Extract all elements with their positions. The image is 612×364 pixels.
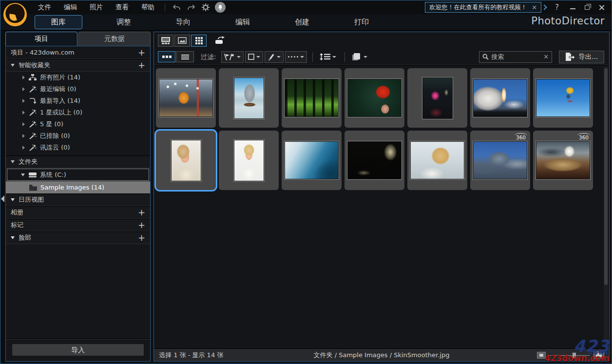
edited-filter-button[interactable]	[265, 51, 284, 63]
sidebar-item-cyberlink-cloud[interactable]: 讯连云 (0)	[6, 142, 150, 153]
tab-library[interactable]: 图库	[35, 15, 82, 29]
thumbnail-filmstrip-view-button[interactable]	[158, 35, 173, 47]
photo-cell-smiling-woman-selected[interactable]	[156, 131, 216, 190]
expander-icon[interactable]	[22, 111, 25, 115]
sidebar-tab-project[interactable]: 项目	[5, 32, 77, 46]
chevron-down-icon[interactable]	[21, 173, 25, 176]
folders-header[interactable]: 文件夹	[6, 155, 150, 168]
rotate-view-icon[interactable]	[214, 36, 226, 45]
photo-cell-forest[interactable]	[282, 68, 342, 128]
expander-icon[interactable]	[22, 87, 25, 91]
expander-icon[interactable]	[22, 146, 25, 150]
thumbnail-size-view-button[interactable]	[158, 51, 175, 62]
tab-guided[interactable]: 导向	[153, 16, 213, 29]
sidebar-item-label: 已排除 (0)	[40, 132, 70, 140]
thumbnail-size-slider[interactable]	[550, 352, 590, 359]
sidebar-item-drive-c[interactable]: 系统 (C:)	[7, 169, 149, 181]
photo-cell-boat-cliff[interactable]	[219, 68, 279, 128]
rating-filter-button[interactable]	[245, 51, 263, 63]
search-clear-icon[interactable]: ✕	[543, 53, 549, 60]
redo-icon[interactable]	[185, 2, 197, 12]
photo-cell-maple-leaf[interactable]	[344, 68, 404, 128]
list-view-button[interactable]	[176, 51, 194, 62]
photo-thumbnail	[422, 77, 453, 119]
add-face-button[interactable]: +	[138, 233, 145, 242]
calendar-view-header[interactable]: 日历视图	[6, 193, 150, 206]
tab-print[interactable]: 打印	[332, 16, 391, 29]
menu-view[interactable]: 查看	[109, 3, 135, 12]
tab-edit[interactable]: 编辑	[213, 16, 272, 29]
expander-icon[interactable]	[22, 76, 25, 79]
maximize-button[interactable]	[581, 2, 593, 12]
smart-collection-header[interactable]: 智能收藏夹 +	[6, 59, 150, 72]
photo-cell-neon-sign[interactable]	[407, 68, 467, 128]
flag-filter-button[interactable]	[221, 51, 244, 63]
search-input[interactable]	[491, 53, 541, 60]
settings-gear-icon[interactable]	[200, 2, 211, 12]
scrollbar-thumb[interactable]	[604, 68, 608, 285]
tab-create[interactable]: 创建	[272, 16, 332, 29]
undo-icon[interactable]	[171, 2, 182, 12]
minimize-icon	[570, 8, 575, 9]
notifications-bell-icon[interactable]	[215, 2, 226, 13]
expander-icon[interactable]	[22, 134, 25, 138]
thumbnail-smaller-icon[interactable]	[537, 352, 546, 359]
color-label-filter-button[interactable]	[285, 51, 307, 63]
chevron-down-icon	[237, 56, 241, 58]
photo-cell-skateboarder[interactable]	[533, 68, 593, 128]
thumbnail-larger-icon[interactable]	[593, 351, 604, 359]
magic-wand-icon	[29, 133, 37, 139]
add-tag-button[interactable]: +	[138, 221, 145, 230]
chevron-down-icon[interactable]	[11, 64, 15, 67]
welcome-close-icon[interactable]: ✕	[532, 4, 537, 11]
add-project-button[interactable]: +	[138, 48, 145, 57]
folders-title: 文件夹	[19, 157, 38, 166]
single-view-button[interactable]	[174, 35, 190, 47]
menu-help[interactable]: 帮助	[135, 3, 161, 12]
slider-handle[interactable]	[572, 352, 576, 359]
grid-view-button[interactable]	[191, 35, 207, 47]
collapse-sidebar-icon[interactable]	[1, 195, 4, 202]
sidebar-item-five-star[interactable]: 5 星 (0)	[6, 118, 150, 130]
help-button[interactable]: ?	[555, 3, 559, 12]
sidebar-item-recently-edited[interactable]: 最近编辑 (0)	[6, 83, 150, 95]
import-button[interactable]: 导入	[12, 344, 144, 356]
menu-photo[interactable]: 照片	[83, 3, 109, 12]
sort-button[interactable]	[317, 51, 339, 63]
add-album-button[interactable]: +	[138, 208, 145, 217]
sidebar-item-latest-import[interactable]: 最新导入 (14)	[6, 95, 150, 107]
chevron-down-icon[interactable]	[11, 160, 15, 163]
sidebar-item-one-star-up[interactable]: 1 星或以上 (0)	[6, 107, 150, 118]
stack-button[interactable]	[349, 51, 370, 63]
photo-cell-panorama-desert[interactable]: 360	[533, 131, 593, 190]
sidebar-tab-metadata[interactable]: 元数据	[78, 32, 151, 46]
tags-header[interactable]: 标记 +	[6, 219, 150, 231]
sidebar-item-excluded[interactable]: 已排除 (0)	[6, 130, 150, 142]
chevron-icon[interactable]	[11, 198, 15, 201]
minimize-button[interactable]	[567, 2, 578, 12]
grid-scrollbar[interactable]	[604, 66, 608, 345]
photo-cell-rocket-launch[interactable]	[470, 68, 530, 128]
expander-icon[interactable]	[22, 99, 25, 103]
chevron-icon[interactable]	[11, 236, 15, 239]
add-smart-collection-button[interactable]: +	[138, 61, 145, 70]
photo-cell-laughing-woman[interactable]	[219, 131, 279, 190]
chevron-down-icon	[332, 56, 336, 58]
photo-cell-panorama-canyon[interactable]: 360	[470, 131, 530, 190]
menu-edit[interactable]: 编辑	[57, 3, 83, 12]
sidebar-item-sample-images[interactable]: Sample Images (14)	[6, 181, 150, 193]
photo-cell-woman-leaning[interactable]	[407, 131, 467, 190]
cyberlink-logo-icon	[3, 3, 27, 26]
export-button[interactable]: 导出...	[559, 51, 604, 63]
close-button[interactable]	[596, 2, 608, 12]
albums-header[interactable]: 相册 +	[6, 206, 150, 219]
photo-cell-basketball-dunk[interactable]	[156, 68, 216, 128]
menu-file[interactable]: 文件	[32, 3, 57, 12]
sidebar-item-all-photos[interactable]: 所有照片 (14)	[6, 72, 150, 83]
expander-icon[interactable]	[22, 122, 25, 126]
faces-header[interactable]: 脸部 +	[6, 231, 150, 244]
magic-wand-icon	[29, 144, 37, 151]
photo-cell-dark-window[interactable]	[344, 131, 404, 190]
photo-cell-ocean-wave[interactable]	[282, 131, 342, 190]
tab-adjust[interactable]: 调整	[94, 16, 153, 29]
